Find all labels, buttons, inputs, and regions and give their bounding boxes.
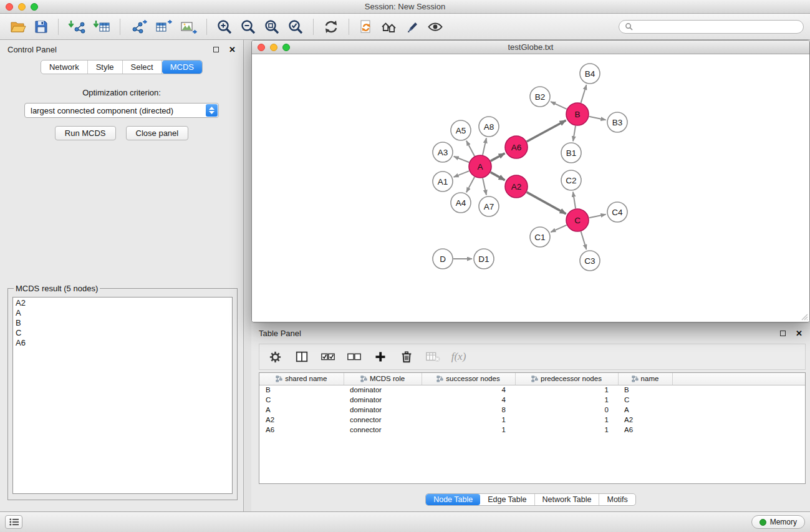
network-node-B4[interactable]: B4 <box>580 64 600 84</box>
table-cell[interactable]: A <box>618 405 672 415</box>
close-network-window-icon[interactable] <box>258 44 265 51</box>
table-cell[interactable]: dominator <box>344 395 422 405</box>
network-node-A4[interactable]: A4 <box>451 193 471 213</box>
apply-style-button[interactable] <box>401 16 423 37</box>
mcds-result-item[interactable]: A <box>13 308 232 318</box>
network-node-A2[interactable]: A2 <box>505 175 528 198</box>
network-edge-A-A4[interactable] <box>466 177 475 192</box>
run-mcds-button[interactable]: Run MCDS <box>55 126 116 140</box>
network-node-B1[interactable]: B1 <box>561 143 581 163</box>
network-node-B3[interactable]: B3 <box>607 112 627 132</box>
import-table-button[interactable] <box>89 16 114 37</box>
select-all-columns-button[interactable] <box>317 347 338 366</box>
network-node-C[interactable]: C <box>566 209 589 231</box>
network-edge-B-B2[interactable] <box>551 102 567 109</box>
tab-edge-table[interactable]: Edge Table <box>480 494 534 505</box>
table-cell[interactable]: C <box>618 395 672 405</box>
table-cell[interactable]: A6 <box>618 425 672 435</box>
float-table-panel-icon[interactable] <box>780 331 786 336</box>
table-cell[interactable]: 8 <box>422 405 515 415</box>
table-cell[interactable]: 1 <box>515 385 618 395</box>
close-panel-icon[interactable]: ✕ <box>229 46 236 54</box>
network-edge-A2-C[interactable] <box>527 192 566 214</box>
network-edge-A-A2[interactable] <box>491 172 505 180</box>
network-edge-C-C3[interactable] <box>581 231 587 249</box>
table-cell[interactable]: 0 <box>515 405 618 415</box>
export-image-button[interactable] <box>176 16 201 37</box>
table-settings-button[interactable] <box>265 347 286 366</box>
network-edge-A-A8[interactable] <box>483 138 486 155</box>
table-cell[interactable]: 1 <box>515 395 618 405</box>
apply-layout-button[interactable] <box>319 16 343 37</box>
show-columns-button[interactable] <box>291 347 312 366</box>
table-cell[interactable]: A6 <box>259 425 344 435</box>
create-column-button[interactable] <box>370 347 390 366</box>
table-row[interactable]: A2connector11A2 <box>259 415 805 425</box>
search-input[interactable] <box>636 22 798 31</box>
tab-motifs[interactable]: Motifs <box>599 494 635 505</box>
zoom-out-button[interactable] <box>236 16 260 37</box>
network-edge-B-B4[interactable] <box>581 85 587 103</box>
network-node-A7[interactable]: A7 <box>479 196 499 216</box>
mcds-result-item[interactable]: A6 <box>13 338 232 348</box>
table-cell[interactable]: B <box>618 385 672 395</box>
network-graph[interactable]: B4B2BB3A5A8A6B1A3AC2A1A2A4A7CC4C1C3DD1 <box>252 55 808 322</box>
network-node-A5[interactable]: A5 <box>451 120 471 140</box>
network-edge-A-A1[interactable] <box>454 171 470 177</box>
zoom-network-window-icon[interactable] <box>282 44 290 51</box>
column-header-mcds-role[interactable]: MCDS role <box>344 373 422 385</box>
mcds-result-item[interactable]: A2 <box>13 298 232 308</box>
network-edge-C-C4[interactable] <box>589 215 606 218</box>
network-node-D[interactable]: D <box>433 249 453 269</box>
network-window-titlebar[interactable]: testGlobe.txt <box>252 41 809 54</box>
zoom-in-button[interactable] <box>213 16 236 37</box>
column-header-shared-name[interactable]: shared name <box>259 373 344 385</box>
network-node-A[interactable]: A <box>469 155 491 178</box>
network-node-A3[interactable]: A3 <box>433 142 453 162</box>
network-edge-C-C2[interactable] <box>573 192 576 208</box>
table-cell[interactable]: 1 <box>515 425 618 435</box>
close-panel-button[interactable]: Close panel <box>126 126 189 140</box>
table-cell[interactable]: 4 <box>422 385 515 395</box>
mcds-result-list[interactable]: A2ABCA6 <box>12 297 233 494</box>
unselect-all-columns-button[interactable] <box>344 347 364 366</box>
tab-node-table[interactable]: Node Table <box>426 494 480 505</box>
network-edge-A-A6[interactable] <box>491 153 505 161</box>
network-node-C2[interactable]: C2 <box>561 170 581 190</box>
float-panel-icon[interactable] <box>213 47 219 52</box>
table-row[interactable]: A6connector11A6 <box>259 425 805 435</box>
show-panels-button[interactable] <box>5 515 22 529</box>
network-edge-B-B1[interactable] <box>573 126 576 141</box>
resize-grip-icon[interactable] <box>799 312 808 321</box>
home-view-button[interactable] <box>377 16 401 37</box>
zoom-selected-button[interactable] <box>284 16 307 37</box>
table-cell[interactable]: B <box>259 385 344 395</box>
table-cell[interactable]: 1 <box>422 425 515 435</box>
save-session-button[interactable] <box>30 16 52 37</box>
optimization-select[interactable]: largest connected component (directed) <box>24 103 219 118</box>
table-cell[interactable]: dominator <box>344 405 422 415</box>
close-window-icon[interactable] <box>6 3 13 11</box>
network-node-A1[interactable]: A1 <box>433 172 453 191</box>
tab-network[interactable]: Network <box>41 60 88 74</box>
tab-network-table[interactable]: Network Table <box>535 494 600 505</box>
network-edge-A6-B[interactable] <box>527 120 566 142</box>
delete-columns-button[interactable] <box>396 347 417 366</box>
column-header-predecessor-nodes[interactable]: predecessor nodes <box>515 373 618 385</box>
network-node-C4[interactable]: C4 <box>607 202 627 222</box>
network-edge-A-A3[interactable] <box>454 157 470 162</box>
import-network-button[interactable] <box>64 16 89 37</box>
network-edge-A-A5[interactable] <box>466 141 475 156</box>
close-table-panel-icon[interactable]: ✕ <box>796 329 803 337</box>
network-node-B2[interactable]: B2 <box>530 87 550 107</box>
table-row[interactable]: Bdominator41B <box>259 385 805 395</box>
network-node-D1[interactable]: D1 <box>474 249 494 269</box>
column-header-name[interactable]: name <box>618 373 672 385</box>
tab-select[interactable]: Select <box>123 60 162 74</box>
table-cell[interactable]: A2 <box>259 415 344 425</box>
minimize-window-icon[interactable] <box>18 3 26 11</box>
mcds-result-item[interactable]: B <box>13 318 232 328</box>
network-node-A6[interactable]: A6 <box>505 136 528 158</box>
table-cell[interactable]: 1 <box>422 415 515 425</box>
open-session-button[interactable] <box>6 16 30 37</box>
